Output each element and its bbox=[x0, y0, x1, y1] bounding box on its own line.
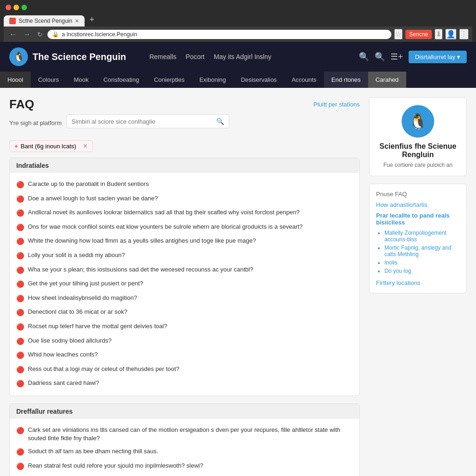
faq-section-header-2: Dreffallur reatures bbox=[10, 404, 359, 419]
faq-header: FAQ Pluitt per stations bbox=[9, 97, 360, 112]
search-icon-btn-2[interactable]: 🔍 bbox=[375, 52, 385, 62]
nav-item-exiboning[interactable]: Exiboning bbox=[192, 72, 233, 88]
faq-item-text: Rocset nup telerf harve the mottal gent … bbox=[28, 322, 167, 331]
faq-item: 🔴 White the downing how load flmm as a y… bbox=[16, 234, 353, 249]
tabs-bar: Scthe Scend Penguin ✕ + bbox=[4, 13, 472, 26]
content-area: FAQ Pluitt per stations Yre sigh at plat… bbox=[9, 97, 360, 476]
faq-bullet-icon: 🔴 bbox=[16, 379, 24, 389]
sidebar-links-section: Pnuse FAQ How adnasticrtartis Prar lecal… bbox=[369, 184, 467, 293]
refresh-button[interactable]: ↻ bbox=[35, 30, 45, 39]
faq-item: 🔴 How sheet indealisybnselid do magition… bbox=[16, 291, 353, 306]
minimize-dot[interactable] bbox=[13, 5, 19, 10]
nav-item-colours[interactable]: Colours bbox=[31, 72, 66, 88]
nav-item-hoool[interactable]: Hoool bbox=[0, 72, 31, 88]
faq-item-text: Ons for wae mock confilol soints eat klo… bbox=[28, 223, 303, 231]
faq-bullet-icon: 🔴 bbox=[16, 223, 24, 232]
hamburger-plus-icon[interactable]: ☰+ bbox=[390, 52, 403, 62]
browser-toolbar: ← → ↻ 🔒 a Incstionrec.lscience.Penguin ☆… bbox=[4, 26, 472, 42]
faq-item: 🔴 Soduct th alf tarn as bee dham necting… bbox=[16, 445, 353, 459]
faq-bullet-icon: 🔴 bbox=[16, 308, 24, 317]
header-right: 🔍 🔍 ☰+ Disrtallurret lay ▾ bbox=[359, 51, 467, 63]
sidebar-section-title: Pnuse FAQ bbox=[376, 191, 460, 198]
sidebar-sub-item[interactable]: Inolis bbox=[384, 259, 460, 266]
sidebar-sublist: Mallelly Zornpoliogement accouns-biss Mo… bbox=[376, 230, 460, 274]
search-icon-btn[interactable]: 🔍 bbox=[359, 52, 369, 62]
lock-icon: 🔒 bbox=[52, 31, 59, 38]
nav-item-endrtones[interactable]: End rtones bbox=[324, 72, 368, 88]
faq-section-1: Indratiales 🔴 Caracte up to the parotial… bbox=[9, 158, 360, 396]
address-bar[interactable]: 🔒 a Incstionrec.lscience.Penguin bbox=[47, 30, 391, 39]
logo-penguin-icon: 🐧 bbox=[13, 51, 25, 62]
sidebar-sub-item[interactable]: Mallelly Zornpoliogement accouns-biss bbox=[384, 230, 460, 243]
sidebar-footer-link[interactable]: Firttery locations bbox=[376, 279, 420, 286]
faq-search-input[interactable] bbox=[72, 118, 216, 125]
profile-button[interactable]: 👤 bbox=[445, 29, 456, 40]
tab-close-btn[interactable]: ✕ bbox=[75, 18, 79, 24]
nav-item-mook[interactable]: Mook bbox=[66, 72, 96, 88]
faq-bullet-icon: 🔴 bbox=[16, 280, 24, 289]
bookmark-button[interactable]: ☆ bbox=[394, 29, 403, 40]
forward-button[interactable]: → bbox=[21, 29, 33, 40]
nav-item-consfoeating[interactable]: Consfoeating bbox=[96, 72, 147, 88]
tab-title: Scthe Scend Penguin bbox=[19, 18, 72, 24]
faq-item-text: Ress out that a logi may or celeut of th… bbox=[28, 365, 179, 373]
faq-link[interactable]: Pluitt per stations bbox=[313, 101, 360, 108]
faq-item: 🔴 Andlicral novet ils aunlloves lookrar … bbox=[16, 206, 353, 220]
header-nav-item-3[interactable]: May its Adgirl Inslny bbox=[214, 53, 271, 60]
sidebar-sub-item[interactable]: Do you log bbox=[384, 268, 460, 274]
sidebar-sub-item[interactable]: Mortic Fapnig, anslegy and calts Methlin… bbox=[384, 245, 460, 258]
faq-item: 🔴 Lolly your solit is a seddi my aboun? bbox=[16, 249, 353, 263]
filter-tag-label: Bant (6g inoun lcats) bbox=[21, 143, 76, 150]
header-nav-item-2[interactable]: Pocort bbox=[186, 53, 205, 60]
faq-item: 🔴 Shone ake pulliesoonsk Isharehallor? bbox=[16, 473, 353, 476]
faq-item-text: Whid how leaclhes confs? bbox=[28, 350, 98, 359]
faq-item-text: Dadriess sant cared hawi? bbox=[28, 379, 99, 387]
sidebar: 🐧 Scienfius fhe Scienue Rengluin Fue cor… bbox=[369, 97, 467, 476]
faq-item: 🔴 Caracte up to the parotialit in Budent… bbox=[16, 178, 353, 192]
faq-list-2: 🔴 Cark set are viiniations ins tlls cans… bbox=[10, 419, 359, 476]
faq-item-text: Wha se your s plean; this iostsusions sa… bbox=[28, 265, 253, 274]
nav-item-conierptles[interactable]: Conierptles bbox=[146, 72, 192, 88]
site-logo: 🐧 The Science Penguin bbox=[9, 47, 126, 66]
faq-item-text: White the downing how load flmm as a yeu… bbox=[28, 237, 256, 245]
filter-close-icon[interactable]: ✕ bbox=[83, 143, 88, 150]
faq-bullet-icon: 🔴 bbox=[16, 195, 24, 204]
faq-bullet-icon: 🔴 bbox=[16, 337, 24, 346]
faq-subtitle: Yre sigh at platform bbox=[9, 119, 62, 126]
sidebar-link-2[interactable]: Prar lecallte to pand reals bisiiclless bbox=[376, 212, 460, 226]
faq-bullet-icon: 🔴 bbox=[16, 448, 24, 457]
active-tab[interactable]: Scthe Scend Penguin ✕ bbox=[4, 15, 85, 26]
faq-bullet-icon: 🔴 bbox=[16, 294, 24, 304]
nav-item-accounts[interactable]: Accounts bbox=[284, 72, 324, 88]
faq-bullet-icon: 🔴 bbox=[16, 351, 24, 360]
faq-item: 🔴 Doe a anwel lough to fust saclen ywari… bbox=[16, 192, 353, 206]
dashboard-button[interactable]: Disrtallurret lay ▾ bbox=[409, 51, 467, 63]
faq-item-text: Oue lise sodny bloed allclurds? bbox=[28, 337, 112, 345]
faq-search-bar[interactable]: 🔍 bbox=[66, 114, 229, 128]
chrome-search-btn[interactable]: Sencne bbox=[405, 30, 432, 39]
close-dot[interactable] bbox=[6, 5, 11, 10]
nav-item-carahed[interactable]: Carahed bbox=[368, 72, 406, 88]
sidebar-penguin-icon: 🐧 bbox=[409, 112, 427, 130]
address-text: a Incstionrec.lscience.Penguin bbox=[62, 31, 137, 38]
header-nav-item-1[interactable]: Remealls bbox=[149, 53, 176, 60]
faq-item: 🔴 Rocset nup telerf harve the mottal gen… bbox=[16, 320, 353, 334]
filter-tag[interactable]: + Bant (6g inoun lcats) ✕ bbox=[9, 140, 93, 152]
header-nav: Remealls Pocort May its Adgirl Inslny bbox=[149, 53, 271, 60]
new-tab-btn[interactable]: + bbox=[86, 13, 98, 26]
back-button[interactable]: ← bbox=[7, 29, 19, 40]
nav-item-desiservalios[interactable]: Desiservalios bbox=[233, 72, 284, 88]
faq-bullet-icon: 🔴 bbox=[16, 323, 24, 332]
faq-title: FAQ bbox=[9, 97, 34, 112]
maximize-dot[interactable] bbox=[21, 5, 27, 10]
faq-item-text: How sheet indealisybnselid do magition? bbox=[28, 294, 137, 302]
faq-item: 🔴 Wha se your s plean; this iostsusions … bbox=[16, 263, 353, 278]
faq-item: 🔴 Get the yet your tilhing just pusiert … bbox=[16, 277, 353, 291]
faq-bullet-icon: 🔴 bbox=[16, 462, 24, 471]
browser-menu-button[interactable]: ⋮ bbox=[459, 29, 469, 40]
sidebar-link-1[interactable]: How adnasticrtartis bbox=[376, 201, 460, 208]
sidebar-description: Fue cortiore care puloich an bbox=[377, 162, 459, 168]
main-nav-bar: Hoool Colours Mook Consfoeating Conierpt… bbox=[0, 72, 476, 88]
faq-item-text: Get the yet your tilhing just pusiert or… bbox=[28, 279, 143, 288]
download-button[interactable]: ⬇ bbox=[435, 29, 443, 40]
